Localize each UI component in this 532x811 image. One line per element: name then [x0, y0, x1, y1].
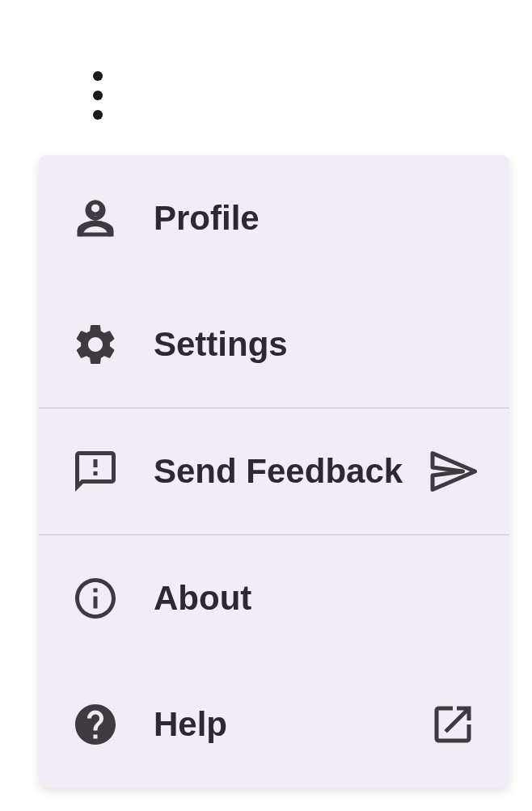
menu-item-label: Settings [154, 325, 477, 364]
feedback-icon [71, 447, 120, 496]
menu-item-send-feedback[interactable]: Send Feedback [39, 408, 509, 534]
menu-item-settings[interactable]: Settings [39, 281, 509, 408]
more-menu-button[interactable] [83, 71, 112, 120]
svg-point-0 [90, 202, 102, 214]
open-external-icon [429, 700, 477, 749]
gear-icon [71, 320, 120, 369]
menu-item-profile[interactable]: Profile [39, 155, 509, 281]
send-icon [429, 447, 477, 496]
menu-item-label: Profile [154, 199, 477, 238]
dropdown-menu: Profile Settings Send Feedback About Hel… [39, 155, 509, 788]
person-icon [71, 194, 120, 243]
kebab-dot [93, 71, 103, 81]
kebab-dot [93, 91, 103, 100]
menu-item-label: Send Feedback [154, 452, 429, 491]
menu-item-label: About [154, 579, 477, 618]
menu-item-help[interactable]: Help [39, 661, 509, 788]
help-icon [71, 700, 120, 749]
kebab-dot [93, 110, 103, 120]
menu-item-label: Help [154, 705, 429, 744]
info-icon [71, 574, 120, 623]
menu-item-about[interactable]: About [39, 535, 509, 661]
